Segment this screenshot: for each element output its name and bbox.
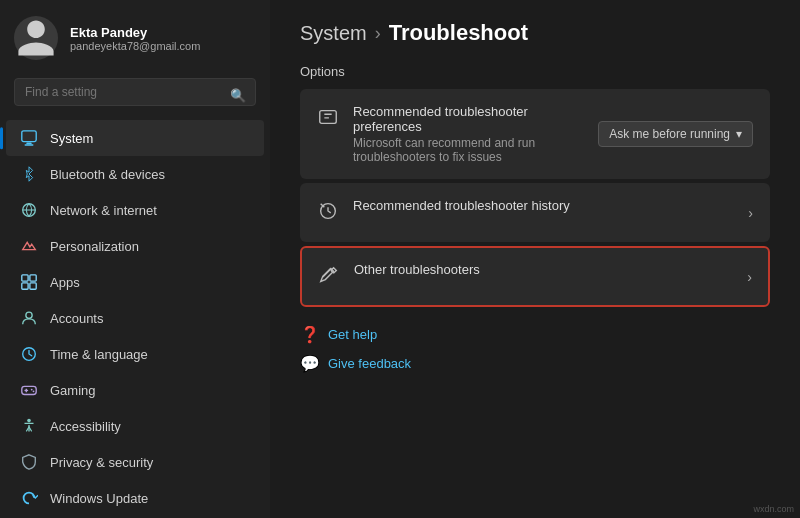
bluetooth-icon bbox=[20, 165, 38, 183]
svg-point-16 bbox=[27, 419, 31, 423]
recommended-history-icon bbox=[317, 200, 339, 227]
sidebar-label-bluetooth: Bluetooth & devices bbox=[50, 167, 165, 182]
sidebar-label-time: Time & language bbox=[50, 347, 148, 362]
recommended-prefs-icon bbox=[317, 106, 339, 133]
search-container: 🔍 bbox=[0, 74, 270, 116]
sidebar-item-apps[interactable]: Apps bbox=[6, 264, 264, 300]
option-recommended-history[interactable]: Recommended troubleshooter history› bbox=[300, 183, 770, 242]
sidebar-item-time[interactable]: Time & language bbox=[6, 336, 264, 372]
svg-point-9 bbox=[26, 312, 32, 318]
sidebar-label-network: Network & internet bbox=[50, 203, 157, 218]
sidebar-item-accessibility[interactable]: Accessibility bbox=[6, 408, 264, 444]
time-icon bbox=[20, 345, 38, 363]
accessibility-icon bbox=[20, 417, 38, 435]
option-other-troubleshooters[interactable]: Other troubleshooters› bbox=[300, 246, 770, 307]
sidebar-label-privacy: Privacy & security bbox=[50, 455, 153, 470]
update-icon bbox=[20, 489, 38, 507]
get-help-label: Get help bbox=[328, 327, 377, 342]
search-input[interactable] bbox=[14, 78, 256, 106]
get-help-icon: ❓ bbox=[300, 325, 320, 344]
system-icon bbox=[20, 129, 38, 147]
user-profile: Ekta Pandey pandeyekta78@gmail.com bbox=[0, 0, 270, 74]
sidebar-label-accessibility: Accessibility bbox=[50, 419, 121, 434]
sidebar-item-gaming[interactable]: Gaming bbox=[6, 372, 264, 408]
sidebar-label-apps: Apps bbox=[50, 275, 80, 290]
user-name: Ekta Pandey bbox=[70, 25, 200, 40]
network-icon bbox=[20, 201, 38, 219]
apps-icon bbox=[20, 273, 38, 291]
link-section: ❓Get help💬Give feedback bbox=[300, 323, 770, 375]
breadcrumb: System › Troubleshoot bbox=[300, 20, 770, 46]
breadcrumb-parent: System bbox=[300, 22, 367, 45]
sidebar-item-network[interactable]: Network & internet bbox=[6, 192, 264, 228]
give-feedback-label: Give feedback bbox=[328, 356, 411, 371]
sidebar-label-system: System bbox=[50, 131, 93, 146]
breadcrumb-current: Troubleshoot bbox=[389, 20, 528, 46]
main-content: System › Troubleshoot Options Recommende… bbox=[270, 0, 800, 518]
svg-rect-5 bbox=[22, 275, 28, 281]
sidebar-item-personalization[interactable]: Personalization bbox=[6, 228, 264, 264]
svg-rect-2 bbox=[25, 144, 34, 145]
nav-list: SystemBluetooth & devicesNetwork & inter… bbox=[0, 116, 270, 518]
personalization-icon bbox=[20, 237, 38, 255]
svg-point-15 bbox=[33, 390, 35, 392]
avatar bbox=[14, 16, 58, 60]
gaming-icon bbox=[20, 381, 38, 399]
sidebar-label-accounts: Accounts bbox=[50, 311, 103, 326]
other-troubleshooters-chevron: › bbox=[747, 269, 752, 285]
sidebar-label-personalization: Personalization bbox=[50, 239, 139, 254]
sidebar-label-gaming: Gaming bbox=[50, 383, 96, 398]
user-info: Ekta Pandey pandeyekta78@gmail.com bbox=[70, 25, 200, 52]
accounts-icon bbox=[20, 309, 38, 327]
section-label: Options bbox=[300, 64, 770, 79]
option-recommended-prefs[interactable]: Recommended troubleshooter preferencesMi… bbox=[300, 89, 770, 179]
user-email: pandeyekta78@gmail.com bbox=[70, 40, 200, 52]
svg-rect-17 bbox=[320, 111, 337, 124]
svg-rect-11 bbox=[22, 386, 36, 394]
options-list: Recommended troubleshooter preferencesMi… bbox=[300, 89, 770, 307]
avatar-icon bbox=[14, 16, 58, 60]
svg-rect-0 bbox=[22, 131, 36, 142]
sidebar-label-update: Windows Update bbox=[50, 491, 148, 506]
svg-point-14 bbox=[31, 389, 33, 391]
sidebar-item-update[interactable]: Windows Update bbox=[6, 480, 264, 516]
recommended-history-chevron: › bbox=[748, 205, 753, 221]
svg-rect-8 bbox=[30, 283, 36, 289]
other-troubleshooters-title: Other troubleshooters bbox=[354, 262, 480, 277]
link-get-help[interactable]: ❓Get help bbox=[300, 323, 770, 346]
recommended-prefs-title: Recommended troubleshooter preferences bbox=[353, 104, 598, 134]
sidebar-item-accounts[interactable]: Accounts bbox=[6, 300, 264, 336]
svg-rect-6 bbox=[30, 275, 36, 281]
breadcrumb-separator: › bbox=[375, 23, 381, 44]
give-feedback-icon: 💬 bbox=[300, 354, 320, 373]
sidebar-item-bluetooth[interactable]: Bluetooth & devices bbox=[6, 156, 264, 192]
recommended-history-title: Recommended troubleshooter history bbox=[353, 198, 570, 213]
sidebar-item-privacy[interactable]: Privacy & security bbox=[6, 444, 264, 480]
recommended-prefs-dropdown[interactable]: Ask me before running ▾ bbox=[598, 121, 753, 147]
link-give-feedback[interactable]: 💬Give feedback bbox=[300, 352, 770, 375]
svg-rect-1 bbox=[26, 143, 31, 145]
other-troubleshooters-icon bbox=[318, 264, 340, 291]
sidebar: Ekta Pandey pandeyekta78@gmail.com 🔍 Sys… bbox=[0, 0, 270, 518]
sidebar-item-system[interactable]: System bbox=[6, 120, 264, 156]
recommended-prefs-subtitle: Microsoft can recommend and run troubles… bbox=[353, 136, 598, 164]
privacy-icon bbox=[20, 453, 38, 471]
svg-rect-7 bbox=[22, 283, 28, 289]
